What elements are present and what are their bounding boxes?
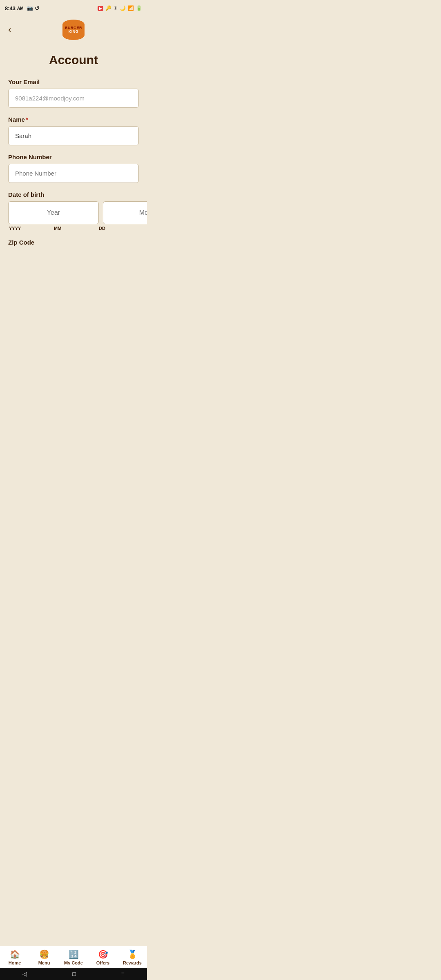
back-button[interactable]: ‹ (8, 24, 11, 35)
zip-label: Zip Code (8, 239, 139, 246)
phone-section: Phone Number (8, 154, 139, 183)
dob-row (8, 201, 139, 224)
dob-label: Date of birth (8, 191, 139, 198)
name-field[interactable] (8, 126, 139, 145)
page-content: Account Your Email Name* Phone Number Da… (0, 45, 147, 287)
phone-label: Phone Number (8, 154, 139, 160)
required-indicator: * (26, 116, 28, 123)
email-label: Your Email (8, 78, 139, 85)
header: ‹ BURGER KING (0, 15, 147, 45)
status-icons: ▶ 🔑 ✳ 🌙 📶 🔋 (98, 5, 142, 11)
name-section: Name* (8, 116, 139, 145)
status-ampm: AM (17, 6, 24, 11)
logo-king: KING (69, 30, 79, 33)
video-icon: 📷 (27, 5, 33, 11)
bluetooth-icon: ✳ (114, 5, 118, 11)
zip-section: Zip Code (8, 239, 139, 246)
key-icon: 🔑 (105, 5, 111, 11)
dob-sublabels: YYYY MM DD (8, 226, 139, 231)
status-bar: 8:43 AM 📷 ↺ ▶ 🔑 ✳ 🌙 📶 🔋 (0, 0, 147, 15)
dob-month-field[interactable] (103, 201, 147, 224)
phone-field[interactable] (8, 164, 139, 183)
logo: BURGER KING (62, 20, 85, 40)
logo-text-box: BURGER KING (62, 24, 85, 35)
email-field[interactable] (8, 89, 139, 108)
rotate-icon: ↺ (35, 5, 40, 11)
record-icon: ▶ (98, 6, 103, 11)
page-title: Account (8, 53, 139, 67)
dob-year-sublabel: YYYY (8, 226, 49, 231)
status-time: 8:43 (5, 5, 16, 11)
moon-icon: 🌙 (120, 5, 126, 11)
dob-day-sublabel: DD (98, 226, 139, 231)
dob-month-sublabel: MM (53, 226, 94, 231)
battery-icon: 🔋 (136, 5, 142, 11)
email-section: Your Email (8, 78, 139, 108)
logo-bun-bottom (62, 35, 85, 40)
logo-bun-top (62, 20, 85, 24)
name-label: Name* (8, 116, 139, 123)
dob-section: Date of birth YYYY MM DD (8, 191, 139, 231)
dob-year-field[interactable] (8, 201, 99, 224)
signal-icon: 📶 (128, 5, 134, 11)
